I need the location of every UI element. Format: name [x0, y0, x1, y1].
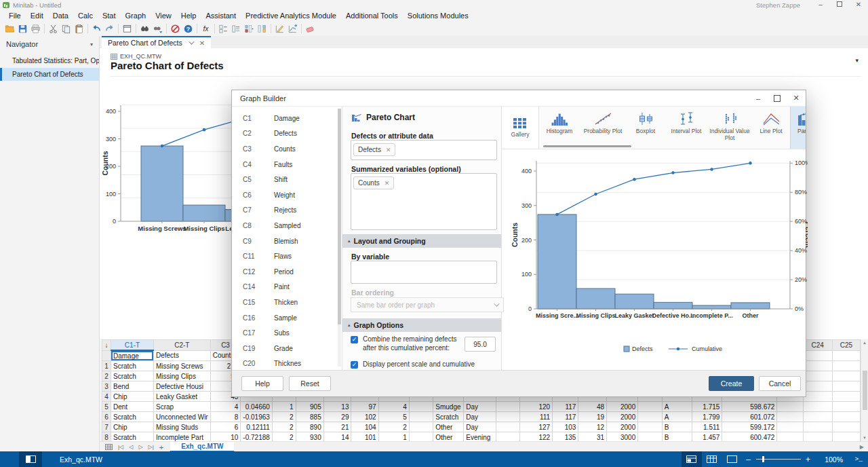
scroll-down-icon[interactable]: ▼ [863, 436, 867, 440]
table-cell[interactable]: 8 [210, 412, 241, 422]
table-cell[interactable]: Scratch [111, 412, 153, 422]
table-cell[interactable]: 885 [296, 412, 323, 422]
scale-icon[interactable] [286, 22, 299, 35]
by-variable-field[interactable] [351, 261, 497, 284]
table-cell[interactable]: 1.799 [692, 412, 722, 422]
table-cell[interactable]: Scratch [111, 361, 153, 371]
zoom-in-icon[interactable]: + [802, 455, 814, 464]
print-icon[interactable] [29, 22, 42, 35]
column-list-item[interactable]: C15Thicken [232, 295, 342, 310]
row-header[interactable]: 8 [102, 432, 111, 442]
table-cell[interactable]: Bend [111, 381, 153, 392]
table-cell[interactable]: 48 [578, 402, 607, 412]
menu-additional-tools[interactable]: Additional Tools [341, 12, 403, 20]
table-cell[interactable] [832, 432, 860, 442]
table-cell[interactable] [832, 402, 860, 412]
menu-graph[interactable]: Graph [121, 12, 151, 20]
undo-icon[interactable] [90, 22, 103, 35]
table-cell[interactable]: 598.672 [722, 402, 777, 412]
table-cell[interactable]: 1 [272, 402, 296, 412]
column-header[interactable]: C2-T [153, 340, 210, 351]
table-cell[interactable] [638, 412, 662, 422]
table-cell[interactable] [803, 412, 832, 422]
column-name-cell[interactable]: Defects [153, 350, 210, 361]
table-cell[interactable]: Smudge [433, 402, 464, 412]
gallery-item-probability-plot[interactable]: Probability Plot [580, 107, 626, 149]
close-icon[interactable]: ✕ [199, 39, 205, 47]
table-cell[interactable]: Day [464, 422, 496, 432]
gallery-item-line-plot[interactable]: Line Plot [752, 107, 790, 149]
row-header[interactable]: 4 [102, 392, 111, 402]
column-list-item[interactable]: C17Subs [232, 325, 342, 341]
gallery-item-pareto[interactable]: Pareto [790, 107, 806, 149]
previous-sheet-icon[interactable]: ◁ [129, 444, 133, 450]
tab-pareto-chart-of-defects[interactable]: Pareto Chart of Defects ✕ [102, 36, 211, 48]
table-cell[interactable]: 102 [351, 412, 378, 422]
table-cell[interactable]: 1 [378, 432, 409, 442]
dialog-close-icon[interactable]: ✕ [787, 90, 806, 106]
table-cell[interactable]: 601.072 [722, 412, 777, 422]
row-header[interactable]: 1 [102, 361, 111, 371]
table-cell[interactable]: 127 [520, 422, 553, 432]
menu-view[interactable]: View [151, 12, 176, 20]
scrollbar-thumb[interactable] [338, 109, 341, 324]
table-cell[interactable]: 103 [553, 422, 578, 432]
reset-button[interactable]: Reset [289, 376, 331, 391]
table-cell[interactable]: 930 [296, 432, 323, 442]
variable-chip[interactable]: Defects ✕ [353, 143, 395, 156]
row-header[interactable]: 6 [102, 412, 111, 422]
table-cell[interactable] [409, 432, 433, 442]
checkbox-checked-icon[interactable]: ✓ [351, 336, 358, 343]
table-cell[interactable]: 31 [578, 432, 607, 442]
table-cell[interactable]: 13 [323, 402, 351, 412]
table-cell[interactable] [777, 422, 803, 432]
unstack-icon[interactable] [230, 22, 243, 35]
worksheet-list-icon[interactable] [105, 444, 113, 450]
table-cell[interactable]: Defective Housi [153, 381, 210, 392]
table-cell[interactable]: Scrap [153, 402, 210, 412]
restore-icon[interactable] [830, 0, 849, 10]
brush-icon[interactable] [273, 22, 286, 35]
table-cell[interactable]: 117 [553, 402, 578, 412]
column-list-item[interactable]: C4Faults [232, 157, 342, 172]
table-cell[interactable]: 600.472 [722, 432, 777, 442]
column-header[interactable]: C1-T [111, 340, 153, 351]
remove-chip-icon[interactable]: ✕ [386, 147, 391, 153]
dialog-title-bar[interactable]: Graph Builder – ✕ [232, 90, 806, 107]
table-cell[interactable]: Missing Clips [153, 371, 210, 381]
table-cell[interactable] [803, 371, 832, 381]
find-icon[interactable] [138, 22, 151, 35]
table-cell[interactable] [409, 412, 433, 422]
worksheet-view-icon[interactable] [682, 451, 702, 467]
section-layout-and-grouping[interactable]: ▴ Layout and Grouping [342, 234, 501, 248]
table-cell[interactable] [409, 402, 433, 412]
table-cell[interactable] [803, 361, 832, 371]
table-cell[interactable] [496, 432, 520, 442]
next-sheet-icon[interactable]: ▷ [138, 444, 142, 450]
worksheet-corner-cell[interactable]: ↓ [102, 340, 111, 351]
column-list-item[interactable]: C6Weight [232, 187, 342, 203]
table-cell[interactable] [803, 392, 832, 402]
table-cell[interactable] [832, 371, 860, 381]
table-cell[interactable]: Scratch [111, 371, 153, 381]
first-sheet-icon[interactable]: |◁ [118, 444, 123, 450]
table-cell[interactable]: 905 [296, 402, 323, 412]
paste-icon[interactable] [73, 22, 85, 35]
table-cell[interactable]: B [662, 422, 692, 432]
chevron-down-icon[interactable] [189, 39, 194, 44]
column-list-item[interactable]: C2Defects [232, 126, 342, 142]
row-header[interactable]: 7 [102, 422, 111, 432]
collapse-icon[interactable]: ▴ [348, 322, 351, 328]
summarized-variables-field[interactable]: Counts ✕ [351, 173, 497, 230]
active-worksheet-icon[interactable] [19, 451, 42, 467]
gallery-home-item[interactable]: Gallery [502, 107, 539, 149]
section-graph-options[interactable]: ▴ Graph Options [342, 318, 501, 332]
table-cell[interactable]: Chip [111, 422, 153, 432]
eraser-icon[interactable] [304, 22, 317, 35]
table-cell[interactable]: 1.457 [692, 432, 722, 442]
last-sheet-icon[interactable]: ▷| [149, 444, 154, 450]
table-cell[interactable] [777, 412, 803, 422]
close-icon[interactable]: ✕ [849, 0, 868, 10]
table-cell[interactable]: 5 [378, 412, 409, 422]
navigator-header[interactable]: Navigator ▾ [0, 36, 99, 54]
